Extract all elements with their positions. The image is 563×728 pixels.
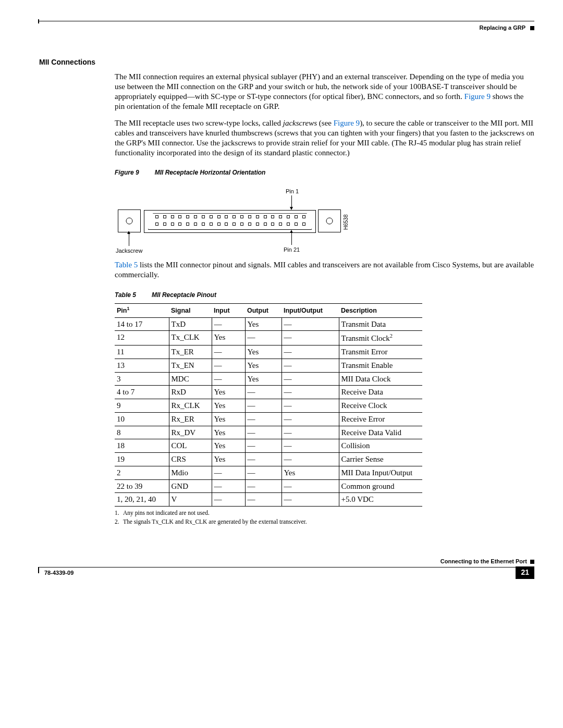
para1a: The MII connection requires an external … bbox=[115, 72, 524, 101]
para3b: lists the MII connector pinout and signa… bbox=[115, 261, 534, 279]
footnote-1: Any pins not indicated are not used. bbox=[123, 510, 210, 516]
table-body: 14 to 17TxD—Yes—Transmit Data12Tx_CLKYes… bbox=[115, 317, 422, 507]
th-pin: Pin1 bbox=[115, 303, 169, 317]
jackscrew-label: Jackscrew bbox=[116, 248, 142, 255]
paragraph-3: Table 5 lists the MII connector pinout a… bbox=[115, 260, 534, 280]
table-label: Table 5 bbox=[115, 291, 136, 299]
th-output: Output bbox=[245, 303, 282, 317]
pinout-table: Pin1 Signal Input Output Input/Output De… bbox=[115, 303, 422, 507]
th-desc: Description bbox=[339, 303, 422, 317]
pin-row-bottom bbox=[155, 223, 305, 226]
table-row: 4 to 7RxDYes——Receive Data bbox=[115, 386, 422, 399]
paragraph-1: The MII connection requires an external … bbox=[115, 72, 534, 111]
table-title: MII Receptacle Pinout bbox=[152, 291, 216, 299]
footnote-2: The signals Tx_CLK and Rx_CLK are genera… bbox=[123, 519, 307, 525]
jackscrews-emph: jackscrews bbox=[283, 119, 317, 127]
para2b: (see bbox=[317, 119, 334, 127]
table-row: 8Rx_DVYes——Receive Data Valid bbox=[115, 426, 422, 439]
top-rule bbox=[39, 21, 534, 21]
arrow-up-icon-2 bbox=[290, 230, 293, 233]
square-icon bbox=[530, 26, 534, 30]
table-row: 10Rx_ERYes——Receive Error bbox=[115, 412, 422, 426]
table-row: 13Tx_EN—Yes—Transmit Enable bbox=[115, 359, 422, 372]
table-footnotes: 1.Any pins not indicated are not used. 2… bbox=[115, 509, 534, 527]
jackscrew-leader bbox=[129, 233, 129, 246]
table-row: 11Tx_ER—Yes—Transmit Error bbox=[115, 346, 422, 359]
table-row: 3MDC—Yes—MII Data Clock bbox=[115, 372, 422, 386]
figure-9-link[interactable]: Figure 9 bbox=[464, 92, 491, 101]
header-chapter: Replacing a GRP bbox=[39, 24, 534, 32]
table-row: 19CRSYes——Carrier Sense bbox=[115, 453, 422, 466]
doc-number: 78-4339-09 bbox=[44, 570, 74, 577]
page-footer: Connecting to the Ethernet Port 78-4339-… bbox=[39, 558, 534, 585]
table-row: 1, 20, 21, 40V———+5.0 VDC bbox=[115, 493, 422, 507]
figure-caption: Figure 9MII Receptacle Horizontal Orient… bbox=[115, 169, 534, 177]
table-row: 18COLYes——Collision bbox=[115, 439, 422, 453]
header-chapter-text: Replacing a GRP bbox=[480, 24, 525, 31]
table-5-link[interactable]: Table 5 bbox=[115, 261, 138, 269]
figure-code: H6538 bbox=[343, 215, 350, 230]
figure-label: Figure 9 bbox=[115, 169, 139, 176]
figure-9-link-2[interactable]: Figure 9 bbox=[334, 119, 360, 127]
square-icon bbox=[530, 560, 534, 564]
footer-section-label: Connecting to the Ethernet Port bbox=[39, 558, 534, 565]
footer-rule: 78-4339-09 21 bbox=[39, 567, 534, 579]
table-row: 12Tx_CLKYes——Transmit Clock2 bbox=[115, 331, 422, 346]
table-row: 9Rx_CLKYes——Receive Clock bbox=[115, 399, 422, 413]
pin21-label: Pin 21 bbox=[284, 246, 300, 254]
pin21-leader bbox=[291, 232, 292, 245]
para2a: The MII receptacle uses two screw-type l… bbox=[115, 119, 283, 127]
arrow-up-icon bbox=[127, 231, 130, 234]
table-row: 22 to 39GND———Common ground bbox=[115, 479, 422, 493]
table-row: 2Mdio——YesMII Data Input/Output bbox=[115, 466, 422, 479]
figure-title: MII Receptacle Horizontal Orientation bbox=[155, 169, 266, 176]
section-title: MII Connections bbox=[39, 58, 534, 67]
table-caption: Table 5MII Receptacle Pinout bbox=[115, 291, 534, 299]
th-input: Input bbox=[212, 303, 245, 317]
mii-receptacle-diagram: Pin 1 Jackscrew Pin 21 H6538 bbox=[115, 182, 344, 260]
table-header-row: Pin1 Signal Input Output Input/Output De… bbox=[115, 303, 422, 317]
paragraph-2: The MII receptacle uses two screw-type l… bbox=[115, 118, 534, 157]
th-io: Input/Output bbox=[282, 303, 339, 317]
pin-row-top bbox=[155, 215, 305, 218]
th-signal: Signal bbox=[169, 303, 212, 317]
jackscrew-left-icon bbox=[118, 209, 141, 232]
page-number: 21 bbox=[516, 566, 534, 579]
pin1-label: Pin 1 bbox=[286, 188, 299, 195]
table-row: 14 to 17TxD—Yes—Transmit Data bbox=[115, 317, 422, 331]
pin1-leader bbox=[291, 195, 292, 208]
jackscrew-right-icon bbox=[318, 209, 341, 232]
